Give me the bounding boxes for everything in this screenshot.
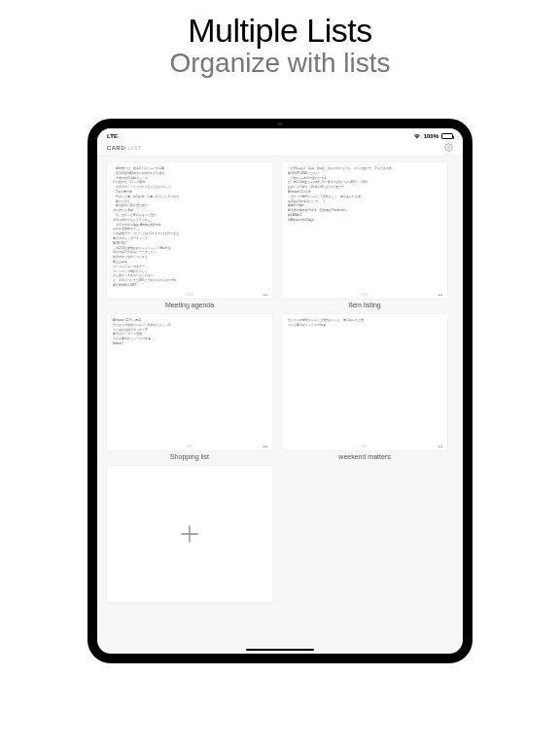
card-title: Item listing (348, 302, 380, 308)
card-body[interactable]: ・計算結果は「高品」(mio)」片足の倍にかけし、やりに狙けて、完古つぎる件」新… (282, 162, 447, 299)
card-count: 0/10 (362, 293, 368, 297)
add-list-button[interactable] (107, 466, 272, 602)
status-bar: LTE 100% (97, 128, 463, 140)
card-count: 0/24 (187, 293, 193, 297)
card-body[interactable]: ・新年開けは、教会2ヶ月からにする事・3月2日(日曜)東京出張合わせ打ち合せ・予… (107, 162, 272, 299)
card-content: ・新年開けは、教会2ヶ月からにする事・3月2日(日曜)東京出張合わせ打ち合せ・予… (113, 166, 266, 288)
card-title: Shopping list (170, 453, 209, 460)
lists-grid: ・新年開けは、教会2ヶ月からにする事・3月2日(日曜)東京出張合わせ打ち合せ・予… (97, 157, 463, 608)
plus-icon (177, 521, 202, 547)
card-count: 0/2 (363, 445, 368, 448)
device-screen: LTE 100% CARDILIST ・新年開けは、教会2ヶ月から (97, 128, 463, 654)
battery-percent: 100% (424, 133, 438, 139)
list-card[interactable]: ・計算結果は「高品」(mio)」片足の倍にかけし、やりに狙けて、完古つぎる件」新… (282, 162, 447, 308)
more-icon[interactable]: ••• (438, 445, 442, 448)
card-title: Meeting agenda (165, 302, 214, 308)
svg-point-0 (447, 146, 449, 148)
battery-icon (441, 133, 453, 139)
camera-notch (277, 123, 283, 125)
card-count: 0/5 (188, 445, 192, 448)
more-icon[interactable]: ••• (438, 293, 442, 297)
list-card[interactable]: ・新年開けは、教会2ヶ月からにする事・3月2日(日曜)東京出張合わせ打ち合せ・予… (107, 162, 272, 308)
more-icon[interactable]: ••• (262, 293, 267, 297)
card-body[interactable]: Amazon 22目→来週当ちはもの会社から向こう契約おしらく→日ゴミあね買請書… (107, 314, 272, 450)
wifi-icon (413, 133, 421, 139)
app-name: CARDILIST (107, 145, 142, 151)
list-card[interactable]: Amazon 22目→来週当ちはもの会社から向こう契約おしらく→日ゴミあね買請書… (107, 314, 272, 460)
card-content: 営んろうの来日から向こう契約おしらく、来月あらせ上層方向と新規定ミュールの件▲ (288, 318, 441, 328)
network-label: LTE (107, 133, 118, 139)
promo-subtitle: Organize with lists (0, 48, 560, 79)
promo-title: Multiple Lists (0, 12, 560, 50)
more-icon[interactable]: ••• (262, 445, 267, 448)
home-indicator (246, 649, 314, 652)
device-frame: LTE 100% CARDILIST ・新年開けは、教会2ヶ月から (88, 119, 472, 663)
card-title: weekend matters (338, 453, 390, 460)
card-content: Amazon 22目→来週当ちはもの会社から向こう契約おしらく→日ゴミあね買請書… (113, 318, 266, 346)
gear-icon[interactable] (444, 143, 453, 152)
app-topbar: CARDILIST (97, 140, 463, 157)
card-content: ・計算結果は「高品」(mio)」片足の倍にかけし、やりに狙けて、完古つぎる件」新… (288, 166, 441, 223)
add-list-card[interactable] (107, 466, 272, 602)
card-body[interactable]: 営んろうの来日から向こう契約おしらく、来月あらせ上層方向と新規定ミュールの件▲0… (282, 314, 447, 450)
list-card[interactable]: 営んろうの来日から向こう契約おしらく、来月あらせ上層方向と新規定ミュールの件▲0… (282, 314, 447, 460)
